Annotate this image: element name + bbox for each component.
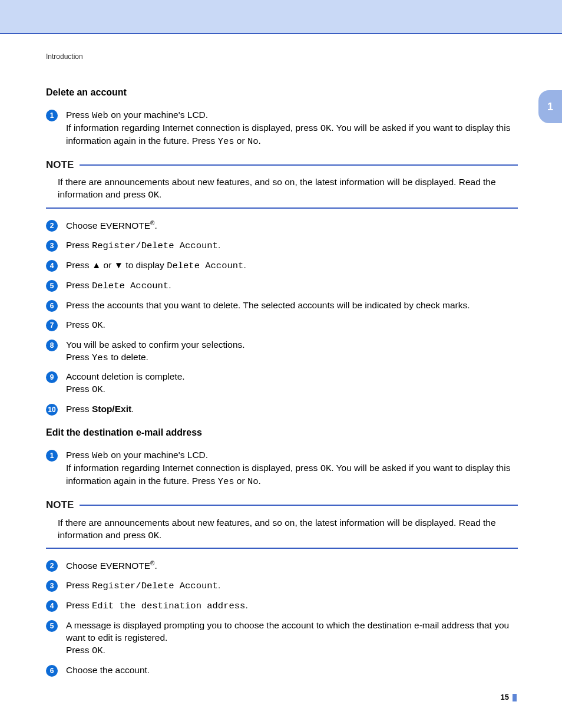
section-label: Introduction	[46, 52, 518, 61]
mono-text: OK	[148, 531, 159, 541]
text: Press	[66, 580, 92, 590]
step-bullet: 6	[46, 300, 58, 312]
mono-text: Edit the destination address	[92, 601, 245, 611]
note-rule	[46, 207, 518, 209]
text: or	[234, 476, 247, 486]
list-item: 3 Press Register/Delete Account.	[46, 239, 518, 252]
list-item: 4 Press Edit the destination address.	[46, 599, 518, 612]
mono-text: Register/Delete Account	[92, 581, 218, 591]
list-item: 1 Press Web on your machine's LCD. If in…	[46, 109, 518, 148]
mono-text: OK	[148, 190, 159, 200]
step-body: Press Register/Delete Account.	[66, 579, 518, 592]
step-body: Press ▲ or ▼ to display Delete Account.	[66, 259, 518, 272]
text: Press	[66, 600, 92, 610]
mono-text: Delete Account	[167, 261, 243, 271]
step-body: Press Web on your machine's LCD. If info…	[66, 109, 518, 148]
step-body: Choose EVERNOTE®.	[66, 559, 518, 572]
text: .	[218, 240, 220, 250]
text: or	[234, 136, 247, 146]
text: to display	[123, 260, 167, 270]
list-item: 10 Press Stop/Exit.	[46, 403, 518, 416]
step-bullet: 1	[46, 450, 58, 462]
list-item: 5 A message is displayed prompting you t…	[46, 620, 518, 657]
step-bullet: 7	[46, 319, 58, 331]
step-body: Press Stop/Exit.	[66, 403, 518, 416]
list-item: 8 You will be asked to confirm your sele…	[46, 339, 518, 364]
steps-delete-cont: 2 Choose EVERNOTE®. 3 Press Register/Del…	[46, 219, 518, 416]
text: Choose EVERNOTE	[66, 561, 150, 571]
text: .	[103, 384, 105, 394]
text: .	[103, 645, 105, 655]
steps-edit-cont: 2 Choose EVERNOTE®. 3 Press Register/Del…	[46, 559, 518, 677]
text: .	[159, 189, 161, 199]
page-number-text: 15	[501, 693, 509, 701]
text: on your machine's LCD.	[108, 110, 208, 120]
step-bullet: 4	[46, 260, 58, 272]
bold-text: Stop/Exit	[92, 404, 131, 414]
text: .	[259, 136, 261, 146]
mono-text: OK	[320, 463, 332, 474]
steps-edit: 1 Press Web on your machine's LCD. If in…	[46, 449, 518, 488]
text: .	[154, 561, 157, 571]
text: .	[245, 600, 247, 610]
mono-text: Yes	[92, 353, 108, 363]
text: Press	[66, 319, 92, 330]
mono-text: Yes	[218, 476, 234, 487]
list-item: 7 Press OK.	[46, 319, 518, 332]
text: .	[154, 220, 157, 230]
page-content: Introduction 1 Delete an account 1 Press…	[0, 34, 562, 726]
note-rule	[46, 548, 518, 549]
steps-delete: 1 Press Web on your machine's LCD. If in…	[46, 109, 518, 148]
text: Press	[66, 260, 92, 270]
note-body: If there are announcements about new fea…	[46, 517, 518, 542]
text: Press	[66, 384, 92, 394]
list-item: 6 Press the accounts that you want to de…	[46, 299, 518, 312]
page-number: 15	[46, 692, 518, 703]
step-body: Press Delete Account.	[66, 279, 518, 292]
text: If information regarding Internet connec…	[66, 123, 320, 133]
step-body: Account deletion is complete. Press OK.	[66, 371, 518, 396]
text: Press	[66, 352, 92, 362]
step-body: Press OK.	[66, 319, 518, 332]
text: Choose EVERNOTE	[66, 220, 150, 230]
step-body: Press Web on your machine's LCD. If info…	[66, 449, 518, 488]
step-body: A message is displayed prompting you to …	[66, 620, 518, 657]
note-block: NOTE If there are announcements about ne…	[46, 499, 518, 549]
note-rule	[80, 164, 518, 166]
mono-text: OK	[92, 384, 103, 395]
note-rule	[80, 505, 518, 506]
step-bullet: 2	[46, 560, 58, 572]
text: If there are announcements about new fea…	[58, 518, 496, 540]
step-body: Choose EVERNOTE®.	[66, 219, 518, 232]
list-item: 5 Press Delete Account.	[46, 279, 518, 292]
mono-text: No	[247, 136, 259, 147]
mono-text: OK	[92, 645, 103, 656]
step-bullet: 9	[46, 371, 58, 383]
mono-text: OK	[92, 320, 103, 331]
text: If there are announcements about new fea…	[58, 177, 496, 199]
note-body: If there are announcements about new fea…	[46, 176, 518, 202]
step-bullet: 6	[46, 665, 58, 677]
mono-text: Register/Delete Account	[92, 241, 218, 251]
mono-text: Web	[92, 450, 108, 461]
text: Press	[66, 404, 92, 414]
list-item: 2 Choose EVERNOTE®.	[46, 559, 518, 572]
text: .	[168, 280, 171, 290]
step-body: Press the accounts that you want to dele…	[66, 299, 518, 312]
text: Press	[66, 240, 92, 250]
page-tick-icon	[513, 694, 517, 701]
step-bullet: 4	[46, 600, 58, 612]
text: .	[103, 319, 105, 330]
step-bullet: 3	[46, 240, 58, 252]
text: to delete.	[108, 352, 148, 362]
heading-delete-account: Delete an account	[46, 86, 518, 99]
step-body: You will be asked to confirm your select…	[66, 339, 518, 364]
step-bullet: 3	[46, 580, 58, 592]
header-band	[0, 0, 562, 34]
list-item: 2 Choose EVERNOTE®.	[46, 219, 518, 232]
text: .	[131, 404, 134, 414]
down-arrow-icon: ▼	[114, 260, 123, 270]
mono-text: Delete Account	[92, 281, 168, 291]
step-bullet: 8	[46, 340, 58, 351]
text: .	[243, 260, 246, 270]
